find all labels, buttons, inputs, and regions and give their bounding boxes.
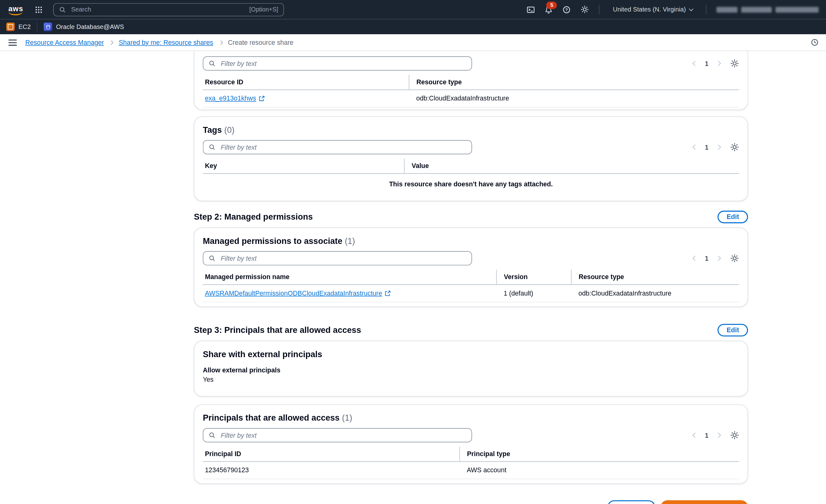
favorite-label: Oracle Database@AWS	[56, 23, 124, 30]
nav-divider	[599, 5, 600, 14]
resources-filter[interactable]	[203, 56, 472, 71]
aws-console-page: aws [Option+S]	[0, 0, 826, 504]
principals-pagination: 1	[693, 431, 739, 440]
step3-edit-button[interactable]: Edit	[718, 324, 748, 337]
tags-filter[interactable]	[203, 140, 472, 154]
favorite-ec2[interactable]: EC2	[6, 23, 31, 31]
tags-empty-message: This resource share doesn't have any tag…	[194, 174, 748, 197]
tags-card-title: Tags (0)	[194, 117, 748, 135]
column-header[interactable]: Version	[496, 270, 571, 285]
external-principals-card: Share with external principals Allow ext…	[194, 341, 748, 396]
search-shortcut-hint: [Option+S]	[249, 6, 278, 12]
search-icon	[209, 255, 215, 262]
principals-filter[interactable]	[203, 428, 472, 442]
apps-grid-button[interactable]	[35, 6, 43, 13]
principals-table: Principal ID Principal type 123456790123…	[203, 446, 739, 479]
previous-page-button[interactable]	[693, 62, 697, 65]
chevron-right-icon	[715, 145, 721, 150]
breadcrumb-link-shared-by-me[interactable]: Shared by me: Resource shares	[119, 39, 213, 46]
principal-id-cell: 123456790123	[203, 462, 459, 479]
table-settings-button[interactable]	[730, 59, 739, 68]
create-resource-share-button[interactable]: Create resource share	[660, 500, 748, 504]
column-header[interactable]: Resource type	[409, 75, 739, 89]
chevron-right-icon	[715, 61, 721, 66]
column-header[interactable]: Value	[404, 159, 739, 173]
page-number-button[interactable]: 1	[705, 254, 709, 262]
external-principals-title: Share with external principals	[194, 341, 748, 359]
favorite-oracle-database[interactable]: Oracle Database@AWS	[44, 23, 124, 31]
resources-filter-input[interactable]	[220, 59, 466, 67]
table-settings-button[interactable]	[730, 143, 739, 152]
global-search[interactable]: [Option+S]	[53, 3, 284, 16]
footer-actions: Cancel Previous Create resource share	[194, 500, 748, 504]
svg-text:?: ?	[566, 7, 568, 12]
global-search-input[interactable]	[70, 5, 245, 14]
chevron-left-icon	[693, 256, 698, 261]
principals-title: Principals that are allowed access (1)	[194, 405, 748, 423]
gear-icon	[730, 143, 739, 152]
permissions-filter-input[interactable]	[220, 254, 466, 263]
principals-filter-input[interactable]	[220, 431, 466, 439]
nav-divider	[706, 5, 706, 14]
next-page-button[interactable]	[716, 256, 720, 260]
aws-logo[interactable]: aws	[7, 3, 24, 16]
managed-permissions-count: (1)	[345, 237, 355, 246]
breadcrumb-separator-icon	[109, 41, 114, 45]
principals-card: Principals that are allowed access (1) 1	[194, 404, 748, 484]
column-header[interactable]: Resource type	[571, 270, 739, 285]
allow-external-principals-label: Allow external principals	[194, 359, 748, 374]
external-link-icon	[385, 290, 391, 297]
previous-button[interactable]: Previous	[607, 500, 655, 504]
notifications-badge[interactable]: 5	[546, 1, 557, 9]
cloudshell-button[interactable]	[527, 6, 535, 13]
tags-filter-input[interactable]	[220, 143, 466, 151]
ec2-service-icon	[6, 23, 15, 31]
history-clock-icon	[811, 39, 819, 46]
table-settings-button[interactable]	[730, 254, 739, 263]
page-number-button[interactable]: 1	[705, 432, 709, 439]
favorites-divider	[37, 23, 38, 31]
tags-pagination: 1	[693, 143, 739, 152]
next-page-button[interactable]	[716, 433, 720, 437]
previous-page-button[interactable]	[693, 433, 697, 437]
help-button[interactable]: ?	[563, 6, 571, 13]
search-icon	[209, 144, 215, 150]
column-header[interactable]: Principal ID	[203, 446, 459, 461]
search-icon	[209, 432, 215, 439]
step3-heading: Step 3: Principals that are allowed acce…	[194, 325, 361, 335]
side-nav-toggle-button[interactable]	[7, 37, 18, 48]
breadcrumb-link-ram[interactable]: Resource Access Manager	[25, 39, 104, 46]
step3-header-row: Step 3: Principals that are allowed acce…	[194, 324, 748, 337]
settings-button[interactable]	[581, 5, 589, 14]
page-number-button[interactable]: 1	[705, 60, 709, 67]
region-selector[interactable]: United States (N. Virginia)	[610, 5, 696, 14]
shared-resources-table: Resource ID Resource type exa_e913o1khws	[203, 75, 739, 107]
breadcrumb: Resource Access Manager Shared by me: Re…	[25, 39, 293, 46]
step2-edit-button[interactable]: Edit	[718, 211, 748, 224]
managed-permissions-title: Managed permissions to associate (1)	[194, 228, 748, 246]
page-number-button[interactable]: 1	[705, 143, 709, 151]
previous-page-button[interactable]	[693, 256, 697, 260]
managed-permission-link[interactable]: AWSRAMDefaultPermissionODBCloudExadataIn…	[205, 290, 391, 297]
column-header[interactable]: Resource ID	[203, 75, 409, 89]
resource-id-link[interactable]: exa_e913o1khws	[205, 95, 265, 102]
table-settings-button[interactable]	[730, 431, 739, 440]
column-header[interactable]: Principal type	[459, 446, 739, 461]
principals-count: (1)	[342, 414, 352, 423]
gear-icon	[730, 431, 739, 440]
tags-count: (0)	[224, 125, 234, 134]
allow-external-principals-value: Yes	[194, 374, 748, 388]
chevron-left-icon	[693, 433, 698, 438]
top-navigation-bar: aws [Option+S]	[0, 0, 826, 19]
column-header[interactable]: Managed permission name	[203, 270, 496, 285]
next-page-button[interactable]	[716, 145, 720, 149]
previous-page-button[interactable]	[693, 145, 697, 149]
column-header[interactable]: Key	[203, 159, 404, 173]
permission-resource-type-cell: odb:CloudExadataInfrastructure	[571, 285, 739, 302]
resources-pagination: 1	[693, 59, 739, 68]
account-menu-redacted[interactable]	[716, 6, 819, 12]
next-page-button[interactable]	[716, 62, 720, 65]
history-button[interactable]	[811, 39, 819, 46]
region-label: United States (N. Virginia)	[613, 6, 686, 13]
permissions-filter[interactable]	[203, 251, 472, 265]
